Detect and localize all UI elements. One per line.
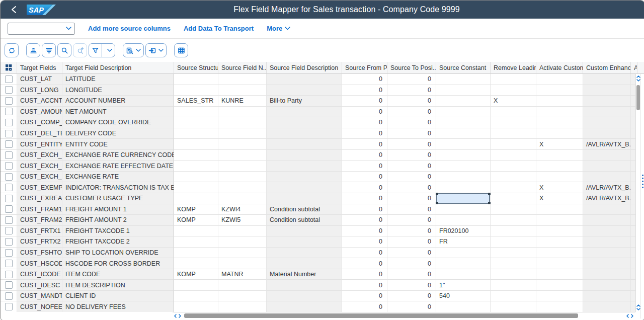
cell-from[interactable]: 0 bbox=[342, 291, 387, 302]
cell-rm[interactable] bbox=[491, 117, 536, 128]
cell-field[interactable] bbox=[218, 182, 267, 193]
cell-rm[interactable] bbox=[491, 280, 536, 291]
cell-struct[interactable] bbox=[174, 301, 218, 312]
cell-rm[interactable] bbox=[491, 150, 536, 161]
cell-konst[interactable] bbox=[436, 161, 491, 172]
row-checkbox[interactable] bbox=[5, 108, 13, 115]
row-select-cell[interactable] bbox=[1, 182, 17, 193]
cell-to[interactable]: 0 bbox=[387, 215, 436, 226]
cell-struct[interactable] bbox=[174, 291, 218, 302]
cell-from[interactable]: 0 bbox=[342, 215, 387, 226]
row-select-cell[interactable] bbox=[1, 193, 17, 204]
cell-act[interactable] bbox=[536, 96, 583, 107]
cell-act[interactable] bbox=[536, 226, 583, 237]
cell-struct[interactable] bbox=[174, 258, 218, 269]
cell-from[interactable]: 0 bbox=[342, 117, 387, 128]
cell-konst[interactable] bbox=[436, 172, 491, 183]
cell-act[interactable] bbox=[536, 172, 583, 183]
cell-rm[interactable] bbox=[491, 248, 536, 259]
vertical-scroll-arrows-bottom[interactable] bbox=[636, 304, 641, 310]
cell-struct[interactable] bbox=[174, 193, 218, 204]
cell-to[interactable]: 0 bbox=[387, 301, 436, 312]
cell-act[interactable] bbox=[536, 280, 583, 291]
column-header-act[interactable]: Activate Custom.. bbox=[536, 62, 583, 73]
cell-field[interactable] bbox=[218, 280, 267, 291]
cell-act[interactable] bbox=[536, 85, 583, 96]
row-checkbox[interactable] bbox=[5, 216, 13, 224]
cell-to[interactable]: 0 bbox=[387, 291, 436, 302]
search-plus-button[interactable] bbox=[73, 43, 87, 57]
column-header-enh[interactable]: Custom Enhanc.. bbox=[583, 62, 631, 73]
cell-konst[interactable] bbox=[436, 150, 491, 161]
cell-act[interactable] bbox=[536, 258, 583, 269]
cell-act[interactable] bbox=[536, 204, 583, 215]
view-settings-button[interactable] bbox=[123, 43, 144, 57]
column-header-rm[interactable]: Remove Leadin.. bbox=[491, 62, 536, 73]
cell-act[interactable] bbox=[536, 117, 583, 128]
cell-rm[interactable] bbox=[491, 139, 536, 150]
cell-struct[interactable] bbox=[174, 128, 218, 139]
horizontal-scroll-arrows-right[interactable] bbox=[626, 312, 633, 319]
column-header-a[interactable]: A bbox=[631, 62, 637, 73]
cell-struct[interactable] bbox=[174, 117, 218, 128]
cell-konst[interactable] bbox=[436, 269, 491, 280]
cell-to[interactable]: 0 bbox=[387, 107, 436, 118]
row-select-cell[interactable] bbox=[1, 248, 17, 259]
horizontal-scrollbar[interactable] bbox=[173, 312, 635, 318]
cell-to[interactable]: 0 bbox=[387, 172, 436, 183]
cell-konst[interactable] bbox=[436, 182, 491, 193]
cell-to[interactable]: 0 bbox=[387, 236, 436, 248]
cell-field[interactable] bbox=[218, 150, 267, 161]
cell-to[interactable]: 0 bbox=[387, 280, 436, 291]
cell-rm[interactable] bbox=[491, 204, 536, 215]
row-select-cell[interactable] bbox=[1, 128, 17, 139]
row-checkbox[interactable] bbox=[5, 227, 13, 234]
layout-select[interactable] bbox=[8, 23, 75, 35]
cell-rm[interactable] bbox=[491, 215, 536, 226]
cell-field[interactable] bbox=[218, 74, 267, 85]
cell-field[interactable] bbox=[218, 248, 267, 259]
selection-handle[interactable] bbox=[488, 202, 491, 204]
cell-field[interactable]: MATNR bbox=[218, 269, 267, 280]
cell-field[interactable] bbox=[218, 172, 267, 183]
cell-to[interactable]: 0 bbox=[387, 258, 436, 269]
back-button[interactable] bbox=[8, 4, 20, 16]
cell-act[interactable] bbox=[536, 107, 583, 118]
cell-struct[interactable]: KOMP bbox=[174, 269, 218, 280]
cell-from[interactable]: 0 bbox=[342, 280, 387, 291]
cell-rm[interactable] bbox=[491, 236, 536, 248]
cell-field[interactable] bbox=[218, 258, 267, 269]
row-select-cell[interactable] bbox=[1, 161, 17, 172]
cell-act[interactable] bbox=[536, 269, 583, 280]
cell-field[interactable] bbox=[218, 291, 267, 302]
cell-konst[interactable] bbox=[436, 107, 491, 118]
row-select-cell[interactable] bbox=[1, 269, 17, 280]
add-data-to-transport-link[interactable]: Add Data To Transport bbox=[184, 25, 254, 32]
refresh-button[interactable] bbox=[5, 43, 19, 57]
sort-ascending-button[interactable] bbox=[26, 43, 40, 57]
row-checkbox[interactable] bbox=[5, 184, 13, 191]
column-header-desc[interactable]: Target Field Description bbox=[62, 62, 174, 73]
cell-struct[interactable] bbox=[174, 182, 218, 193]
row-select-cell[interactable] bbox=[1, 117, 17, 128]
cell-from[interactable]: 0 bbox=[342, 204, 387, 215]
row-checkbox[interactable] bbox=[5, 151, 13, 159]
cell-konst[interactable] bbox=[436, 117, 491, 128]
cell-to[interactable]: 0 bbox=[387, 139, 436, 150]
cell-struct[interactable]: KOMP bbox=[174, 215, 218, 226]
column-header-to[interactable]: Source To Posi.. bbox=[387, 62, 436, 73]
cell-to[interactable]: 0 bbox=[387, 117, 436, 128]
cell-rm[interactable] bbox=[491, 258, 536, 269]
cell-to[interactable]: 0 bbox=[387, 161, 436, 172]
selection-handle[interactable] bbox=[436, 193, 438, 195]
row-checkbox[interactable] bbox=[5, 303, 13, 310]
row-checkbox[interactable] bbox=[5, 238, 13, 246]
cell-act[interactable] bbox=[536, 248, 583, 259]
cell-field[interactable] bbox=[218, 301, 267, 312]
vertical-scroll-arrows-top[interactable] bbox=[636, 75, 641, 82]
cell-konst[interactable]: 540 bbox=[436, 291, 491, 302]
cell-from[interactable]: 0 bbox=[342, 248, 387, 259]
cell-from[interactable]: 0 bbox=[342, 128, 387, 139]
cell-from[interactable]: 0 bbox=[342, 226, 387, 237]
row-checkbox[interactable] bbox=[5, 260, 13, 267]
